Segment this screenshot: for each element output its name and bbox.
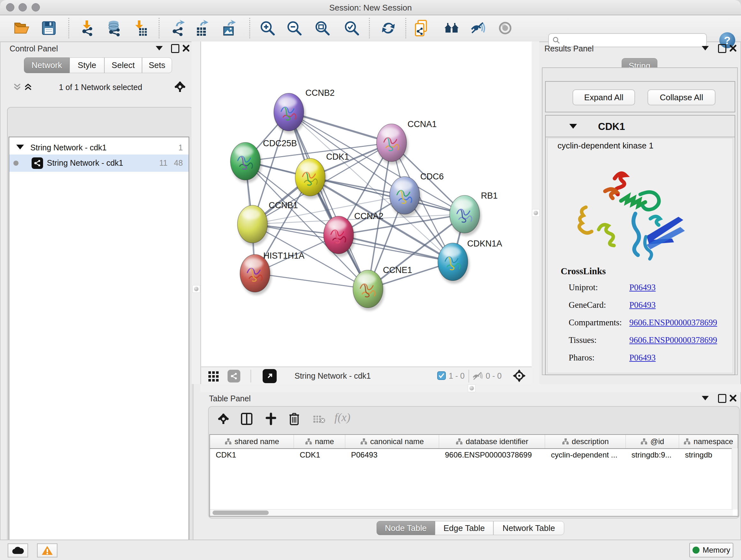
table-vertical-scrollbar[interactable] [732,448,738,509]
column-header-canonical-name[interactable]: canonical name [345,435,439,448]
tab-style[interactable]: Style [70,57,105,73]
table-panel-close-icon[interactable] [729,394,737,402]
table-settings-gear-icon[interactable] [218,413,229,426]
export-network-icon[interactable] [170,20,187,37]
results-panel-close-icon[interactable] [729,44,737,52]
results-panel-float-icon[interactable] [718,44,726,53]
left-splitter-handle[interactable] [192,285,200,293]
section-collapse-icon[interactable] [569,124,577,129]
warning-status-button[interactable] [37,543,57,557]
collection-expand-icon[interactable] [16,145,24,149]
results-panel-collapse-icon[interactable] [702,46,709,51]
node-HIST1H1A[interactable]: HIST1H1A [240,251,305,295]
crosslink-link[interactable]: 9606.ENSP00000378699 [629,318,717,327]
zoom-selected-icon[interactable] [343,20,360,37]
table-cell[interactable]: CDK1 [210,449,294,461]
clone-network-icon[interactable] [414,20,430,37]
protein-section-header[interactable]: CDK1 [546,116,735,137]
import-network-from-database-icon[interactable] [105,20,122,37]
import-network-from-file-icon[interactable] [78,20,95,37]
memory-button[interactable]: Memory [689,543,733,557]
column-header-description[interactable]: description [545,435,625,448]
node-CCNE1[interactable]: CCNE1 [353,265,412,311]
crosslink-link[interactable]: P06493 [629,300,656,310]
save-session-icon[interactable] [41,20,57,37]
node-CDKN1A[interactable]: CDKN1A [438,239,502,284]
expand-all-button[interactable]: Expand All [572,89,635,105]
hide-selected-icon[interactable] [470,20,486,37]
node-CCNB2[interactable]: CCNB2 [274,88,335,134]
selected-checkbox-icon[interactable] [437,371,446,380]
control-panel-close-icon[interactable] [182,44,190,52]
tab-sets[interactable]: Sets [142,57,172,73]
column-type-icon [456,438,463,445]
column-type-icon [562,438,569,445]
crosslink-label: Tissues: [569,335,629,345]
tab-select[interactable]: Select [105,57,142,73]
column-header-name[interactable]: name [294,435,345,448]
collection-label: String Network - cdk1 [30,143,107,152]
tab-edge-table[interactable]: Edge Table [435,521,493,535]
delete-column-trash-icon[interactable] [288,412,300,427]
node-CDK1[interactable]: CDK1 [295,152,349,199]
right-splitter-handle[interactable] [532,209,540,217]
open-session-icon[interactable] [13,20,30,37]
control-panel-collapse-icon[interactable] [156,46,163,51]
first-neighbors-icon[interactable] [443,20,460,37]
tab-network[interactable]: Network [24,57,70,73]
crosslink-link[interactable]: 9606.ENSP00000378699 [629,335,717,345]
node-CCNB1[interactable]: CCNB1 [238,200,298,246]
network-canvas[interactable]: CCNB2CCNA1CDC25BCDK1CDC6RB1CCNB1CCNA2CDK… [200,42,532,367]
table-panel-float-icon[interactable] [718,394,726,403]
import-table-from-file-icon[interactable] [131,20,147,37]
fit-content-crosshair-icon[interactable] [512,369,526,384]
column-header--id[interactable]: @id [626,435,679,448]
crosslink-link[interactable]: P06493 [629,353,656,362]
table-cell[interactable]: cyclin-dependent ... [545,449,625,461]
tab-node-table[interactable]: Node Table [377,521,435,535]
zoom-in-icon[interactable] [259,20,276,37]
tab-network-table[interactable]: Network Table [493,521,564,535]
table-cell[interactable]: CDK1 [294,449,345,461]
detach-view-icon[interactable] [263,369,277,383]
window-title: Session: New Session [0,3,741,13]
network-row-label: String Network - cdk1 [47,159,123,168]
crosslink-link[interactable]: P06493 [629,283,656,292]
edge-HIST1H1A-CCNE1[interactable] [255,273,368,289]
cloud-status-button[interactable] [8,543,28,557]
refresh-view-icon[interactable] [380,20,397,37]
table-cell[interactable]: 9606.ENSP00000378699 [439,449,545,461]
show-columns-icon[interactable] [241,413,253,427]
zoom-fit-icon[interactable] [314,20,331,37]
table-cell[interactable]: stringdb [679,449,738,461]
network-options-gear-icon[interactable] [174,81,186,94]
node-RB1[interactable]: RB1 [450,191,498,236]
zoom-out-icon[interactable] [286,20,302,37]
left-splitter[interactable] [192,42,200,384]
column-header-label: database identifier [466,437,528,446]
table-horizontal-scrollbar[interactable] [210,509,733,516]
node-CDC6[interactable]: CDC6 [390,172,444,217]
add-column-icon[interactable] [265,413,277,427]
function-builder-icon: f(x) [334,411,350,424]
table-cell[interactable]: stringdb:9... [626,449,679,461]
table-panel-collapse-icon[interactable] [702,396,709,400]
bottom-splitter-handle[interactable] [468,384,475,392]
export-table-icon[interactable] [194,20,211,37]
grid-view-icon[interactable] [208,371,219,383]
table-cell[interactable]: P06493 [345,449,439,461]
expand-all-networks-icon[interactable] [23,82,32,93]
show-all-icon[interactable] [497,20,514,37]
network-row-selected[interactable]: String Network - cdk1 11 48 [9,154,189,172]
column-header-shared-name[interactable]: shared name [210,435,294,448]
export-image-icon[interactable] [221,20,238,37]
edge-CCNB2-CCNE1[interactable] [289,112,368,289]
column-header-namespace[interactable]: namespace [679,435,738,448]
network-status-dot-icon [13,161,18,166]
control-panel-float-icon[interactable] [171,44,179,53]
collapse-all-networks-icon[interactable] [13,82,22,93]
collapse-all-button[interactable]: Collapse All [648,89,716,105]
network-overview-icon[interactable] [227,370,240,382]
column-header-database-identifier[interactable]: database identifier [439,435,545,448]
scrollbar-thumb[interactable] [212,510,269,515]
